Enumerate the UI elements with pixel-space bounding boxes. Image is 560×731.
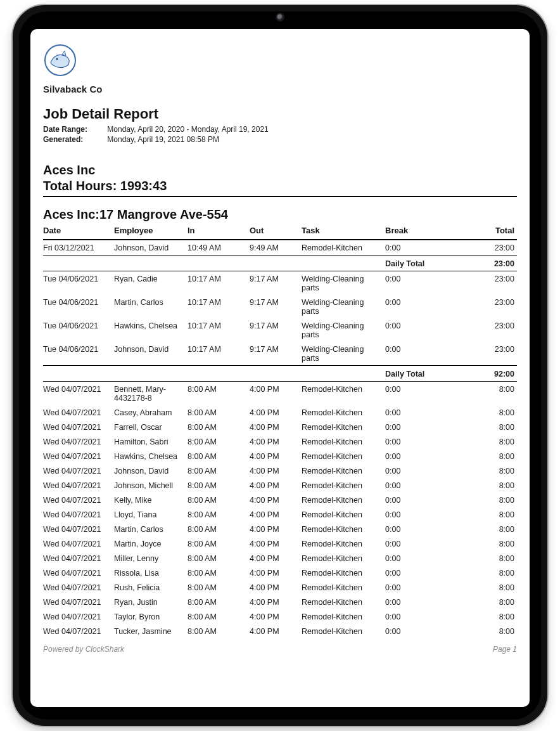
cell-break: 0:00 [385,551,455,566]
cell-date: Tue 04/06/2021 [43,295,114,318]
company-name: Silvaback Co [43,84,517,94]
cell-date: Wed 04/07/2021 [43,434,114,449]
cell-break: 0:00 [385,536,455,551]
customer-section: Aces Inc Total Hours: 1993:43 [43,163,517,197]
blank-cell [43,366,114,382]
total-hours: Total Hours: 1993:43 [43,179,517,193]
cell-break: 0:00 [385,566,455,580]
cell-task: Remodel-Kitchen [302,463,385,478]
cell-date: Wed 04/07/2021 [43,420,114,434]
table-row: Wed 04/07/2021Ryan, Justin8:00 AM4:00 PM… [43,595,517,609]
cell-in: 8:00 AM [188,595,250,609]
table-row: Tue 04/06/2021Ryan, Cadie10:17 AM9:17 AM… [43,271,517,295]
table-row: Wed 04/07/2021Taylor, Byron8:00 AM4:00 P… [43,609,517,624]
blank-cell [250,366,302,382]
table-body: Fri 03/12/2021Johnson, David10:49 AM9:49… [43,240,517,638]
table-row: Wed 04/07/2021Martin, Carlos8:00 AM4:00 … [43,522,517,536]
cell-employee: Miller, Lenny [114,551,188,566]
cell-total: 8:00 [455,493,517,507]
cell-out: 4:00 PM [250,420,302,434]
cell-break: 0:00 [385,493,455,507]
cell-employee: Casey, Abraham [114,405,188,420]
cell-in: 8:00 AM [188,405,250,420]
cell-task: Welding-Cleaning parts [302,342,385,366]
cell-task: Remodel-Kitchen [302,507,385,522]
cell-task: Remodel-Kitchen [302,449,385,463]
cell-in: 10:17 AM [188,342,250,366]
cell-in: 8:00 AM [188,507,250,522]
date-range-value: Monday, April 20, 2020 - Monday, April 1… [107,125,268,134]
table-row: Wed 04/07/2021Casey, Abraham8:00 AM4:00 … [43,405,517,420]
cell-task: Remodel-Kitchen [302,624,385,638]
table-row: Wed 04/07/2021Bennett, Mary-4432178-88:0… [43,382,517,406]
cell-date: Fri 03/12/2021 [43,240,114,256]
cell-employee: Bennett, Mary-4432178-8 [114,382,188,406]
col-in: In [188,223,250,240]
cell-task: Welding-Cleaning parts [302,295,385,318]
cell-task: Remodel-Kitchen [302,240,385,256]
cell-break: 0:00 [385,522,455,536]
cell-date: Wed 04/07/2021 [43,493,114,507]
cell-break: 0:00 [385,595,455,609]
blank-cell [114,256,188,271]
table-row: Wed 04/07/2021Rush, Felicia8:00 AM4:00 P… [43,580,517,595]
table-row: Wed 04/07/2021Johnson, Michell8:00 AM4:0… [43,478,517,493]
job-table: Date Employee In Out Task Break Total Fr… [43,223,517,638]
cell-total: 8:00 [455,449,517,463]
cell-total: 8:00 [455,536,517,551]
cell-employee: Johnson, David [114,463,188,478]
cell-task: Remodel-Kitchen [302,551,385,566]
cell-break: 0:00 [385,478,455,493]
cell-out: 4:00 PM [250,536,302,551]
cell-task: Remodel-Kitchen [302,580,385,595]
cell-employee: Ryan, Justin [114,595,188,609]
screen: Silvaback Co Job Detail Report Date Rang… [30,29,530,707]
cell-date: Wed 04/07/2021 [43,580,114,595]
cell-total: 23:00 [455,240,517,256]
cell-in: 10:17 AM [188,295,250,318]
cell-break: 0:00 [385,463,455,478]
cell-out: 9:17 AM [250,295,302,318]
blank-cell [188,366,250,382]
cell-task: Remodel-Kitchen [302,405,385,420]
cell-out: 4:00 PM [250,434,302,449]
cell-out: 4:00 PM [250,624,302,638]
job-title: Aces Inc:17 Mangrove Ave-554 [43,207,517,222]
company-logo [43,43,517,80]
cell-total: 8:00 [455,382,517,406]
total-hours-label: Total Hours: [43,179,117,193]
cell-date: Wed 04/07/2021 [43,507,114,522]
cell-break: 0:00 [385,240,455,256]
daily-total-row: Daily Total23:00 [43,256,517,271]
col-break: Break [385,223,455,240]
cell-break: 0:00 [385,295,455,318]
generated-label: Generated: [43,135,105,144]
table-row: Tue 04/06/2021Martin, Carlos10:17 AM9:17… [43,295,517,318]
daily-total-value: 92:00 [455,366,517,382]
camera-icon [277,14,283,20]
daily-total-label: Daily Total [385,366,455,382]
col-total: Total [455,223,517,240]
cell-in: 10:17 AM [188,271,250,295]
cell-total: 8:00 [455,420,517,434]
cell-employee: Hawkins, Chelsea [114,449,188,463]
blank-cell [302,366,385,382]
cell-in: 8:00 AM [188,551,250,566]
table-row: Wed 04/07/2021Martin, Joyce8:00 AM4:00 P… [43,536,517,551]
date-range-label: Date Range: [43,125,105,134]
cell-employee: Hawkins, Chelsea [114,318,188,342]
cell-in: 8:00 AM [188,522,250,536]
cell-out: 4:00 PM [250,478,302,493]
total-hours-value: 1993:43 [120,179,167,193]
cell-employee: Ryan, Cadie [114,271,188,295]
cell-out: 4:00 PM [250,609,302,624]
cell-out: 4:00 PM [250,405,302,420]
cell-date: Wed 04/07/2021 [43,609,114,624]
cell-total: 8:00 [455,551,517,566]
cell-total: 8:00 [455,463,517,478]
table-row: Wed 04/07/2021Johnson, David8:00 AM4:00 … [43,463,517,478]
blank-cell [43,256,114,271]
table-row: Wed 04/07/2021Hamilton, Sabri8:00 AM4:00… [43,434,517,449]
cell-employee: Johnson, David [114,240,188,256]
cell-date: Wed 04/07/2021 [43,551,114,566]
